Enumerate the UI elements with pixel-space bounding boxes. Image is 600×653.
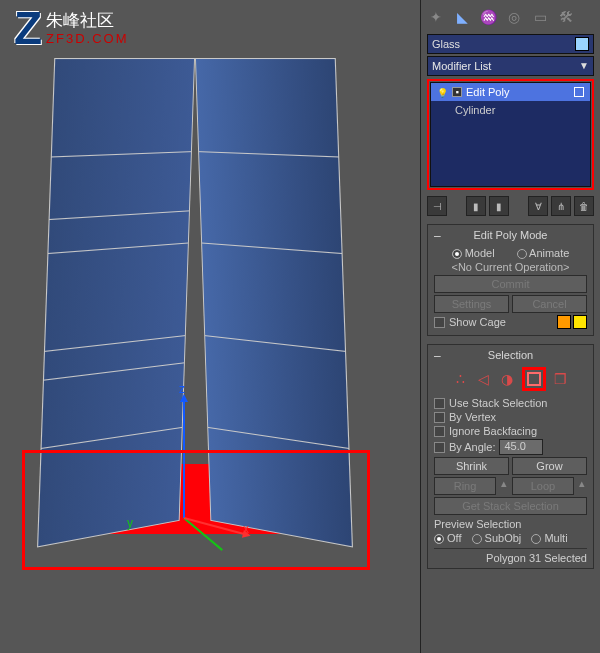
stack-item-label: Cylinder — [455, 104, 495, 116]
watermark-zhufeng: Z 朱峰社区 ZF3D.COM — [14, 8, 129, 49]
create-tab-icon[interactable]: ✦ — [427, 8, 445, 26]
use-stack-checkbox[interactable] — [434, 398, 445, 409]
remove-modifier-icon[interactable]: ∀ — [528, 196, 548, 216]
element-level-icon[interactable]: ❒ — [553, 371, 569, 387]
stack-result-toggle[interactable] — [574, 87, 584, 97]
polygon-level-icon[interactable] — [526, 371, 542, 387]
radio-subobj-label: SubObj — [485, 532, 522, 544]
subobject-level-icons: ∴ ◁ ◑ ❒ — [434, 367, 587, 391]
rollout-selection: Selection ∴ ◁ ◑ ❒ Use Stack Selection By… — [427, 344, 594, 569]
settings-button[interactable]: Settings — [434, 295, 509, 313]
display-tab-icon[interactable]: ▭ — [531, 8, 549, 26]
cage-color-swatch-1[interactable] — [557, 315, 571, 329]
current-operation-text: <No Current Operation> — [434, 261, 587, 273]
stack-toolbar: ⊣ ▮ ▮ ∀ ⋔ 🗑 — [427, 196, 594, 216]
border-level-icon[interactable]: ◑ — [499, 371, 515, 387]
commit-button[interactable]: Commit — [434, 275, 587, 293]
modify-tab-icon[interactable]: ◣ — [453, 8, 471, 26]
modifier-list-label: Modifier List — [432, 57, 491, 75]
annotation-highlight-polygon-level — [522, 367, 546, 391]
viewport-3d[interactable]: Z 朱峰社区 ZF3D.COM 思缘设计论坛 WWW.MISSYUAN.COM … — [0, 0, 420, 653]
modifier-stack[interactable]: ▪ Edit Poly Cylinder — [430, 82, 591, 187]
edge-level-icon[interactable]: ◁ — [476, 371, 492, 387]
make-unique-icon[interactable]: ▮ — [489, 196, 509, 216]
selection-status-text: Polygon 31 Selected — [434, 548, 587, 564]
ignore-backfacing-checkbox[interactable] — [434, 426, 445, 437]
axis-x-label: x — [243, 522, 249, 536]
expand-icon[interactable]: ▪ — [452, 87, 462, 97]
stack-item-edit-poly[interactable]: ▪ Edit Poly — [431, 83, 590, 101]
ring-button[interactable]: Ring — [434, 477, 496, 495]
object-name-field[interactable]: Glass — [427, 34, 594, 54]
show-cage-label: Show Cage — [449, 316, 506, 328]
show-end-result-icon[interactable]: ▮ — [466, 196, 486, 216]
vertex-level-icon[interactable]: ∴ — [453, 371, 469, 387]
hierarchy-tab-icon[interactable]: ♒ — [479, 8, 497, 26]
axis-y-label: y — [127, 516, 133, 530]
ignore-backfacing-label: Ignore Backfacing — [449, 425, 537, 437]
visibility-toggle-icon[interactable] — [437, 86, 448, 98]
grow-button[interactable]: Grow — [512, 457, 587, 475]
community-name: 朱峰社区 — [46, 12, 128, 31]
object-name-text: Glass — [432, 35, 460, 53]
get-stack-selection-button[interactable]: Get Stack Selection — [434, 497, 587, 515]
z-logo-icon: Z — [14, 8, 42, 49]
command-panel: ✦ ◣ ♒ ◎ ▭ 🛠 Glass Modifier List ▼ ▪ Edit… — [420, 0, 600, 653]
stack-item-cylinder[interactable]: Cylinder — [431, 101, 590, 119]
radio-model[interactable] — [452, 249, 462, 259]
show-cage-checkbox[interactable] — [434, 317, 445, 328]
loop-button[interactable]: Loop — [512, 477, 574, 495]
stack-item-label: Edit Poly — [466, 86, 509, 98]
radio-animate[interactable] — [517, 249, 527, 259]
rollout-title-selection[interactable]: Selection — [434, 349, 587, 361]
radio-multi-label: Multi — [544, 532, 567, 544]
annotation-highlight-modifier: ▪ Edit Poly Cylinder — [427, 79, 594, 190]
radio-preview-off[interactable] — [434, 534, 444, 544]
rollout-edit-poly-mode: Edit Poly Mode Model Animate <No Current… — [427, 224, 594, 336]
by-vertex-label: By Vertex — [449, 411, 496, 423]
radio-preview-subobj[interactable] — [472, 534, 482, 544]
radio-label-animate: Animate — [529, 247, 569, 259]
trash-icon[interactable]: 🗑 — [574, 196, 594, 216]
cage-color-swatch-2[interactable] — [573, 315, 587, 329]
preview-selection-label: Preview Selection — [434, 518, 587, 530]
by-angle-checkbox[interactable] — [434, 442, 445, 453]
chevron-down-icon: ▼ — [579, 57, 589, 75]
radio-label-model: Model — [465, 247, 495, 259]
by-angle-spinner[interactable]: 45.0 — [499, 439, 543, 455]
panel-tabs: ✦ ◣ ♒ ◎ ▭ 🛠 — [427, 6, 594, 28]
shrink-button[interactable]: Shrink — [434, 457, 509, 475]
by-angle-label: By Angle: — [449, 441, 495, 453]
transform-gizmo[interactable]: z y x — [171, 378, 291, 518]
object-color-swatch[interactable] — [575, 37, 589, 51]
pin-stack-icon[interactable]: ⊣ — [427, 196, 447, 216]
rollout-title[interactable]: Edit Poly Mode — [434, 229, 587, 241]
radio-off-label: Off — [447, 532, 461, 544]
axis-z-label: z — [179, 382, 185, 396]
use-stack-label: Use Stack Selection — [449, 397, 547, 409]
configure-sets-icon[interactable]: ⋔ — [551, 196, 571, 216]
by-vertex-checkbox[interactable] — [434, 412, 445, 423]
motion-tab-icon[interactable]: ◎ — [505, 8, 523, 26]
radio-preview-multi[interactable] — [531, 534, 541, 544]
modifier-list-dropdown[interactable]: Modifier List ▼ — [427, 56, 594, 76]
utilities-tab-icon[interactable]: 🛠 — [557, 8, 575, 26]
axis-z[interactable] — [183, 398, 185, 518]
cancel-button[interactable]: Cancel — [512, 295, 587, 313]
model-prism[interactable]: z y x — [35, 58, 355, 568]
zf3d-url: ZF3D.COM — [46, 31, 128, 46]
